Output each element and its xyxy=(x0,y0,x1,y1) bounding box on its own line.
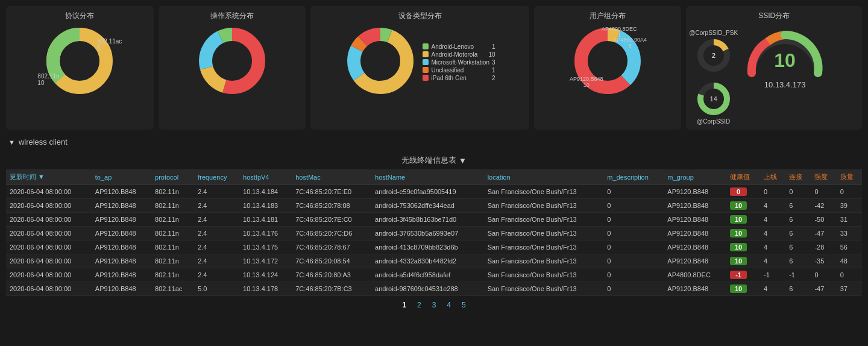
col-connect: 连接 xyxy=(785,169,811,185)
cell-7: San Francisco/One Bush/Fr13 xyxy=(484,268,604,282)
legend-lenovo: Android-Lenovo 1 xyxy=(423,43,495,50)
lenovo-val: 1 xyxy=(492,43,495,50)
cell-6: android-4332a830b4482fd2 xyxy=(371,254,484,268)
os-donut xyxy=(196,25,268,97)
user-group-chart: 用户组分布 AP4800.8DEC1 AP4800.90A45 AP9120.B… xyxy=(534,6,682,130)
cell-3: 2.4 xyxy=(194,213,239,227)
cell-5: 7C:46:85:20:08:54 xyxy=(292,254,371,268)
cell-extra-1: 6 xyxy=(785,213,811,227)
ug-label-3: AP9120.B84810 xyxy=(570,76,603,88)
cell-7: San Francisco/One Bush/Fr13 xyxy=(484,199,604,213)
page-2[interactable]: 2 xyxy=(414,300,424,310)
os-chart: 操作系统分布 xyxy=(159,6,306,130)
cell-7: San Francisco/One Bush/Fr13 xyxy=(484,227,604,241)
cell-6: android-a5d4f6cf958dafef xyxy=(371,268,484,282)
cell-extra-1: 6 xyxy=(785,241,811,254)
cell-health: 10 xyxy=(726,227,760,241)
ipad-val: 2 xyxy=(492,75,495,81)
svg-point-13 xyxy=(363,44,397,78)
cell-2: 802.11n xyxy=(151,227,194,241)
cell-4: 10.13.4.183 xyxy=(239,199,292,213)
health-badge: 10 xyxy=(730,201,747,210)
table-row: 2020-06-04 08:00:00AP9120.B848802.11n2.4… xyxy=(6,199,862,213)
cell-1: AP9120.B848 xyxy=(92,199,151,213)
legend-motorola: Android-Motorola 10 xyxy=(423,51,495,58)
page-1[interactable]: 1 xyxy=(399,300,409,310)
health-badge: 10 xyxy=(730,215,747,224)
cell-3: 2.4 xyxy=(194,268,239,282)
cell-4: 10.13.4.172 xyxy=(239,254,292,268)
cell-extra-0: 4 xyxy=(760,241,785,254)
page-3[interactable]: 3 xyxy=(429,300,439,310)
cell-extra-2: -35 xyxy=(811,254,836,268)
cell-8: 0 xyxy=(603,227,664,241)
cell-8: 0 xyxy=(603,282,664,296)
cell-3: 2.4 xyxy=(194,227,239,241)
table-header: 更新时间 ▼ to_ap protocol frequency hostIpV4… xyxy=(6,169,862,185)
table-title-bar: 无线终端信息表 ▼ xyxy=(6,151,862,169)
os-title: 操作系统分布 xyxy=(210,11,254,21)
table-row: 2020-06-04 08:00:00AP9120.B848802.11n2.4… xyxy=(6,227,862,241)
section-label: wireless client xyxy=(19,137,68,146)
motorola-val: 10 xyxy=(488,51,495,58)
health-badge: -1 xyxy=(730,271,747,279)
cell-0: 2020-06-04 08:00:00 xyxy=(6,268,92,282)
cell-2: 802.11ac xyxy=(151,282,194,296)
cell-5: 7C:46:85:20:7E:C0 xyxy=(292,213,371,227)
cell-5: 7C:46:85:20:78:67 xyxy=(292,241,371,254)
table-sort-icon[interactable]: ▼ xyxy=(459,156,467,165)
cell-4: 10.13.4.176 xyxy=(239,227,292,241)
cell-2: 802.11n xyxy=(151,185,194,199)
cell-0: 2020-06-04 08:00:00 xyxy=(6,241,92,254)
page-4[interactable]: 4 xyxy=(444,300,454,310)
cell-4: 10.13.4.175 xyxy=(239,241,292,254)
protocol-label-1: 802.11ac6 xyxy=(97,38,122,51)
unclassified-val: 1 xyxy=(492,67,495,74)
col-update-time[interactable]: 更新时间 ▼ xyxy=(6,169,92,185)
cell-9: AP9120.B848 xyxy=(664,254,726,268)
cell-extra-3: 33 xyxy=(837,227,862,241)
cell-extra-3: 48 xyxy=(837,254,862,268)
cell-5: 7C:46:85:20:78:08 xyxy=(292,199,371,213)
page-5[interactable]: 5 xyxy=(459,300,469,310)
cell-6: android-753062dffe344ead xyxy=(371,199,484,213)
cell-health: 10 xyxy=(726,199,760,213)
cell-extra-1: -1 xyxy=(785,268,811,282)
cell-extra-2: -50 xyxy=(811,213,836,227)
cell-1: AP9120.B848 xyxy=(92,213,151,227)
protocol-chart: 协议分布 802.11ac6 802.11n10 xyxy=(6,6,154,130)
ug-label-1: AP4800.8DEC1 xyxy=(602,26,637,38)
health-badge: 10 xyxy=(730,243,747,251)
protocol-label-2: 802.11n10 xyxy=(37,73,59,86)
cell-extra-1: 6 xyxy=(785,254,811,268)
cell-5: 7C:46:85:20:7B:C3 xyxy=(292,282,371,296)
col-to-ap: to_ap xyxy=(92,169,151,185)
cell-8: 0 xyxy=(603,199,664,213)
col-frequency: frequency xyxy=(194,169,239,185)
chevron-icon: ▼ xyxy=(8,139,15,146)
col-protocol: protocol xyxy=(151,169,194,185)
cell-health: 10 xyxy=(726,241,760,254)
cell-2: 802.11n xyxy=(151,213,194,227)
motorola-label: Android-Motorola xyxy=(431,51,486,58)
ms-val: 3 xyxy=(492,59,495,66)
cell-health: 10 xyxy=(726,213,760,227)
cell-6: android-413c8709bb823d6b xyxy=(371,241,484,254)
cell-extra-3: 0 xyxy=(837,185,862,199)
cell-extra-2: 0 xyxy=(811,185,836,199)
health-badge: 10 xyxy=(730,257,747,265)
cell-0: 2020-06-04 08:00:00 xyxy=(6,199,92,213)
cell-5: 7C:46:85:20:7C:D6 xyxy=(292,227,371,241)
cell-extra-3: 37 xyxy=(837,282,862,296)
cell-4: 10.13.4.178 xyxy=(239,282,292,296)
cell-5: 7C:46:85:20:7E:E0 xyxy=(292,185,371,199)
device-type-chart: 设备类型分布 Android-Lenovo 1 xyxy=(310,6,529,130)
cell-7: San Francisco/One Bush/Fr13 xyxy=(484,241,604,254)
col-m-description: m_description xyxy=(603,169,664,185)
table-row: 2020-06-04 08:00:00AP9120.B848802.11ac5.… xyxy=(6,282,862,296)
cell-7: San Francisco/One Bush/Fr13 xyxy=(484,254,604,268)
svg-point-17 xyxy=(591,44,624,78)
col-hostmac: hostMac xyxy=(292,169,371,185)
cell-extra-0: 4 xyxy=(760,254,785,268)
ssid-gauge: 10 10.13.4.173 xyxy=(743,25,827,89)
